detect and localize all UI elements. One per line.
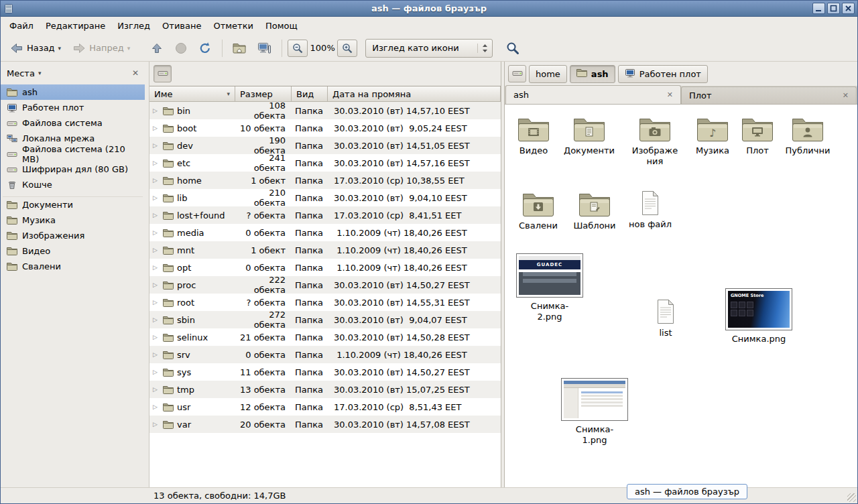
file-row[interactable]: ▷opt0 обектаПапка 1.10.2009 (чт) 18,40,2… bbox=[149, 259, 501, 276]
icon-item-snimka1[interactable]: Снимка-1.png bbox=[561, 378, 628, 446]
icon-item-video[interactable]: Видео bbox=[509, 117, 558, 156]
sidebar-item[interactable]: Свалени bbox=[1, 259, 145, 274]
file-row[interactable]: ▷lost+found? обектаПапка17.03.2010 (ср) … bbox=[149, 206, 501, 224]
sidebar-item[interactable]: Документи bbox=[1, 197, 145, 212]
expander-icon[interactable]: ▷ bbox=[153, 281, 160, 288]
pathbar-root-button[interactable] bbox=[508, 65, 526, 82]
sidebar-title[interactable]: Места bbox=[7, 68, 35, 78]
file-row[interactable]: ▷mnt1 обектПапка 1.10.2009 (чт) 18,40,26… bbox=[149, 241, 501, 259]
menu-help[interactable]: Помощ bbox=[259, 18, 304, 34]
expander-icon[interactable]: ▷ bbox=[153, 194, 160, 201]
file-row[interactable]: ▷usr12 обектаПапка17.03.2010 (ср) 8,51,4… bbox=[149, 398, 501, 416]
home-button[interactable] bbox=[228, 38, 251, 58]
icon-item-list[interactable]: list bbox=[641, 299, 690, 338]
column-header-type[interactable]: Вид bbox=[292, 86, 328, 102]
expander-icon[interactable]: ▷ bbox=[153, 264, 160, 271]
sidebar-item[interactable]: Работен плот bbox=[1, 100, 145, 115]
computer-button[interactable] bbox=[252, 38, 276, 58]
expander-icon[interactable]: ▷ bbox=[153, 421, 160, 428]
icon-item-downloads[interactable]: Свалени bbox=[514, 192, 562, 231]
forward-dropdown-icon[interactable]: ▾ bbox=[127, 45, 131, 52]
minimize-button[interactable] bbox=[812, 3, 825, 14]
tab-close-icon[interactable]: ✕ bbox=[667, 90, 673, 99]
root-location-button[interactable] bbox=[154, 65, 172, 82]
expander-icon[interactable]: ▷ bbox=[153, 229, 160, 236]
file-row[interactable]: ▷sys11 обектаПапка30.03.2010 (вт) 14,50,… bbox=[149, 363, 501, 381]
file-row[interactable]: ▷bin108 обектаПапка30.03.2010 (вт) 14,57… bbox=[149, 102, 501, 119]
menu-edit[interactable]: Редактиране bbox=[40, 18, 111, 34]
icon-item-music[interactable]: ♪ Музика bbox=[689, 117, 736, 156]
expander-icon[interactable]: ▷ bbox=[153, 247, 160, 253]
back-button[interactable]: Назад ▾ bbox=[5, 38, 66, 58]
view-mode-select[interactable]: Изглед като икони bbox=[365, 39, 493, 58]
column-header-name[interactable]: Име ▾ bbox=[149, 86, 235, 102]
expander-icon[interactable]: ▷ bbox=[153, 107, 160, 114]
file-row[interactable]: ▷etc241 обектаПапка30.03.2010 (вт) 14,57… bbox=[149, 154, 501, 172]
pathbar-home-button[interactable]: home bbox=[529, 65, 567, 83]
tab-close-icon[interactable]: ✕ bbox=[843, 91, 849, 100]
expander-icon[interactable]: ▷ bbox=[153, 386, 160, 393]
file-row[interactable]: ▷selinux21 обектаПапка30.03.2010 (вт) 14… bbox=[149, 328, 501, 346]
back-dropdown-icon[interactable]: ▾ bbox=[58, 45, 62, 52]
expander-icon[interactable]: ▷ bbox=[153, 334, 160, 340]
expander-icon[interactable]: ▷ bbox=[153, 212, 160, 218]
sidebar-close-icon[interactable]: ✕ bbox=[132, 68, 139, 78]
tab-plot[interactable]: Плот ✕ bbox=[681, 86, 857, 104]
file-row[interactable]: ▷proc222 обектаПапка30.03.2010 (вт) 14,5… bbox=[149, 276, 501, 294]
zoom-in-button[interactable] bbox=[337, 40, 357, 57]
close-button[interactable] bbox=[842, 3, 855, 14]
file-row[interactable]: ▷lib210 обектаПапка30.03.2010 (вт) 9,04,… bbox=[149, 189, 501, 206]
icon-item-new-file[interactable]: нов файл bbox=[626, 190, 674, 230]
icon-item-templates[interactable]: Шаблони bbox=[570, 192, 619, 231]
file-row[interactable]: ▷tmp13 обектаПапка30.03.2010 (вт) 15,07,… bbox=[149, 381, 501, 398]
sidebar-item[interactable]: Видео bbox=[1, 243, 145, 259]
icon-item-desktop[interactable]: Плот bbox=[734, 117, 781, 156]
icon-item-public[interactable]: Публични bbox=[784, 117, 832, 156]
sidebar-item[interactable]: Файлова система bbox=[1, 115, 145, 131]
forward-button[interactable]: Напред ▾ bbox=[67, 38, 135, 58]
file-row[interactable]: ▷root? обектаПапка30.03.2010 (вт) 14,55,… bbox=[149, 294, 501, 311]
file-row[interactable]: ▷sbin272 обектаПапка30.03.2010 (вт) 9,04… bbox=[149, 311, 501, 328]
menu-view[interactable]: Изглед bbox=[111, 18, 156, 34]
menu-file[interactable]: Файл bbox=[3, 18, 40, 34]
resize-grip[interactable] bbox=[847, 493, 856, 502]
file-row[interactable]: ▷boot10 обектаПапка30.03.2010 (вт) 9,05,… bbox=[149, 119, 501, 137]
title-bar[interactable]: ash — файлов браузър bbox=[1, 1, 857, 17]
menu-go[interactable]: Отиване bbox=[156, 18, 207, 34]
expander-icon[interactable]: ▷ bbox=[153, 351, 160, 358]
file-row[interactable]: ▷var20 обектаПапка30.03.2010 (вт) 14,57,… bbox=[149, 416, 501, 433]
icon-item-pictures[interactable]: Изображения bbox=[630, 117, 680, 168]
search-button[interactable] bbox=[501, 38, 524, 58]
stop-button[interactable] bbox=[170, 38, 192, 58]
tab-ash[interactable]: ash ✕ bbox=[505, 85, 681, 104]
expander-icon[interactable]: ▷ bbox=[153, 403, 160, 410]
expander-icon[interactable]: ▷ bbox=[153, 369, 160, 375]
pathbar-desktop-button[interactable]: Работен плот bbox=[618, 65, 708, 83]
icon-item-documents[interactable]: Документи bbox=[564, 117, 615, 156]
sidebar-item[interactable]: Кошче bbox=[1, 177, 145, 192]
sidebar-item[interactable]: Шифриран дял (80 GB) bbox=[1, 162, 145, 177]
expander-icon[interactable]: ▷ bbox=[153, 125, 160, 131]
menu-bookmarks[interactable]: Отметки bbox=[207, 18, 259, 34]
expander-icon[interactable]: ▷ bbox=[153, 316, 160, 323]
sidebar-item[interactable]: Файлова система (210 MB) bbox=[1, 146, 145, 162]
column-header-size[interactable]: Размер bbox=[235, 86, 292, 102]
zoom-out-button[interactable] bbox=[288, 40, 308, 57]
pathbar-ash-button[interactable]: ash bbox=[570, 65, 615, 83]
expander-icon[interactable]: ▷ bbox=[153, 142, 160, 149]
column-header-date[interactable]: Дата на промяна bbox=[328, 86, 501, 102]
reload-button[interactable] bbox=[194, 38, 217, 58]
up-button[interactable] bbox=[145, 38, 168, 58]
sidebar-item[interactable]: ash bbox=[1, 84, 145, 100]
icon-item-snimka2[interactable]: GUADEC Снимка-2.png bbox=[516, 253, 583, 323]
expander-icon[interactable]: ▷ bbox=[153, 160, 160, 166]
expander-icon[interactable]: ▷ bbox=[153, 177, 160, 184]
sidebar-item[interactable]: Музика bbox=[1, 212, 145, 228]
file-row[interactable]: ▷dev190 обектаПапка30.03.2010 (вт) 14,51… bbox=[149, 137, 501, 154]
expander-icon[interactable]: ▷ bbox=[153, 299, 160, 306]
icon-item-snimka[interactable]: GNOME Store Снимка.png bbox=[725, 288, 792, 344]
sidebar-item[interactable]: Изображения bbox=[1, 228, 145, 243]
file-row[interactable]: ▷home1 обектПапка17.03.2010 (ср) 10,38,5… bbox=[149, 172, 501, 189]
file-row[interactable]: ▷srv0 обектаПапка 1.10.2009 (чт) 18,40,2… bbox=[149, 346, 501, 363]
file-row[interactable]: ▷media0 обектаПапка 1.10.2009 (чт) 18,40… bbox=[149, 224, 501, 241]
